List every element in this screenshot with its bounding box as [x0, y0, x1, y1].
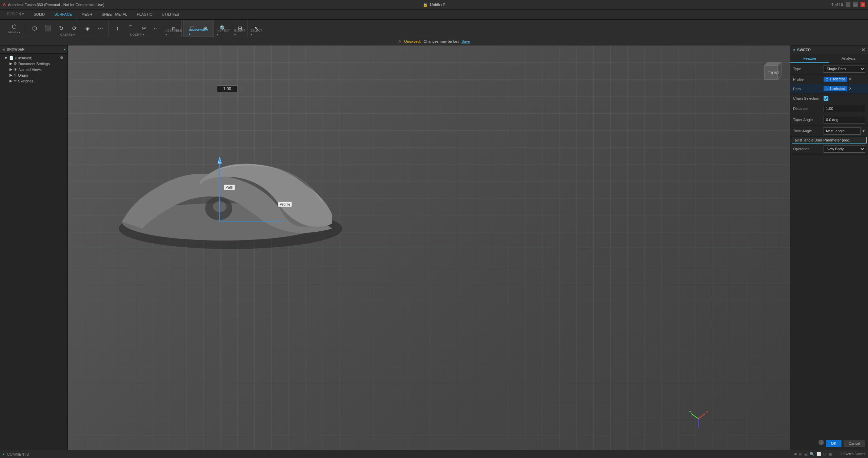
- dimension-options-icon[interactable]: ⋮: [239, 87, 243, 92]
- svg-line-5: [698, 414, 705, 419]
- bottom-tool-5[interactable]: ⬜: [816, 452, 821, 456]
- chain-label: Chain Selection: [793, 96, 824, 100]
- sweep-info-icon[interactable]: i: [818, 440, 824, 445]
- profile-clear-btn[interactable]: ✕: [849, 77, 852, 81]
- root-settings-icon[interactable]: ⚙: [60, 56, 63, 60]
- svg-text:X: X: [706, 411, 708, 414]
- taper-input[interactable]: [824, 116, 865, 123]
- tab-utilities[interactable]: UTILITIES: [157, 9, 184, 19]
- unsaved-label: Unsaved:: [404, 39, 421, 43]
- profile-row-value: ⬡ 1 selected ✕: [824, 77, 865, 82]
- profile-label: Profile: [278, 202, 292, 207]
- create-loft-btn[interactable]: ◈: [81, 21, 94, 36]
- sweep-close-btn[interactable]: ✕: [861, 47, 865, 53]
- chain-checkbox[interactable]: [824, 96, 828, 101]
- distance-input[interactable]: [824, 105, 865, 112]
- statusbar: ● COMMENTS ⊕ ⊞ ◎ 🔍 ⬜ ⊟ ▦ 2 Sketch Curves: [0, 450, 868, 458]
- sweep-panel: ● SWEEP ✕ Feature Analysis Type Single P…: [790, 45, 868, 450]
- bottom-tool-7[interactable]: ▦: [828, 452, 832, 456]
- origin-icon: ⊕: [14, 73, 17, 77]
- create-more-icon: ···: [97, 25, 104, 32]
- tab-sheet-metal[interactable]: SHEET METAL: [97, 9, 132, 19]
- tab-plastic[interactable]: PLASTIC: [132, 9, 157, 19]
- operation-select[interactable]: New Body Join Cut Intersect: [824, 145, 865, 153]
- sweep-row-profile: Profile ⬡ 1 selected ✕: [790, 75, 868, 84]
- origin-label: Origin: [18, 73, 28, 77]
- path-row-value: ⬡ 1 selected ✕: [824, 86, 865, 91]
- profile-selected-text: 1 selected: [830, 77, 845, 81]
- bottom-tool-3[interactable]: ◎: [804, 452, 808, 456]
- bottom-tool-2[interactable]: ⊞: [799, 452, 802, 456]
- fillet-icon: ⌒: [127, 25, 134, 32]
- revolve-icon: ↻: [57, 25, 65, 32]
- sweep-ok-button[interactable]: OK: [826, 440, 842, 447]
- axis-indicator: X Y Z: [688, 408, 709, 430]
- sweep-icon: ⟳: [71, 25, 78, 32]
- extrude-icon: ⬛: [44, 25, 52, 32]
- twist-autocomplete[interactable]: twist_angle User Parameter (deg): [792, 137, 867, 144]
- toolbar-construct-group: ◫ ⊕ CONSTRUCT ▾: [183, 20, 214, 37]
- bottom-tool-4[interactable]: 🔍: [810, 452, 814, 456]
- modify-presspull-btn[interactable]: ↕: [111, 21, 124, 36]
- unsaved-icon: ⚠: [398, 39, 401, 43]
- modify-more-btn[interactable]: ···: [151, 21, 163, 36]
- create-extrude-btn[interactable]: ⬛: [41, 21, 54, 36]
- sweep-tab-feature[interactable]: Feature: [790, 54, 829, 63]
- toolbar-modify-group: ↕ ⌒ ✂ ··· MODIFY ▾: [110, 20, 165, 37]
- root-label: (Unsaved): [15, 56, 33, 60]
- sweep-tab-analysis[interactable]: Analysis: [829, 54, 868, 63]
- win-restore-btn[interactable]: □: [853, 2, 858, 7]
- dimension-input[interactable]: [217, 85, 237, 92]
- construct-label: CONSTRUCT ▾: [189, 28, 208, 36]
- page-info: 7 of 10: [831, 3, 843, 7]
- toolbar-create-group: ⬡ ⬛ ↻ ⟳ ◈ ··· CREATE ▾: [27, 20, 109, 37]
- tab-mesh[interactable]: MESH: [77, 9, 97, 19]
- save-button[interactable]: Save: [461, 39, 470, 43]
- ruler-vertical: [429, 45, 429, 450]
- title-center: 🔒 Untitled*: [423, 2, 445, 7]
- select-label: SELECT ▾: [251, 28, 262, 36]
- design-icon: ⬡: [11, 23, 18, 31]
- sweep-cancel-button[interactable]: Cancel: [844, 440, 865, 447]
- bottom-tool-6[interactable]: ⊟: [823, 452, 826, 456]
- toolbar-design-dropdown[interactable]: ⬡ DESIGN ▾: [4, 21, 24, 36]
- tab-surface[interactable]: SURFACE: [50, 9, 77, 19]
- type-label: Type: [793, 67, 824, 71]
- browser-item-namedviews[interactable]: ▶ 👁 Named Views: [2, 66, 65, 72]
- doc-name: Untitled*: [430, 2, 445, 7]
- sketches-expand-icon: ▶: [9, 79, 12, 83]
- path-clear-btn[interactable]: ✕: [849, 87, 852, 91]
- modify-label: MODIFY ▾: [130, 32, 144, 36]
- sketches-label: Sketches...: [18, 79, 36, 83]
- design-dropdown[interactable]: DESIGN ▾: [2, 9, 29, 19]
- path-selected-text: 1 selected: [830, 87, 845, 91]
- app-logo: A: [3, 2, 6, 7]
- sweep-panel-header: ● SWEEP ✕: [790, 45, 868, 54]
- browser-item-origin[interactable]: ▶ ⊕ Origin: [2, 72, 65, 78]
- inspect-label: INSPECT ▾: [217, 28, 230, 36]
- twist-dropdown-btn[interactable]: ▼: [862, 129, 865, 133]
- type-select[interactable]: Single Path Path + Guide Rail Path + Gui…: [824, 65, 865, 73]
- main-layout: ◀ BROWSER ● ▼ 📄 (Unsaved) ⚙ ▶ ⚙ Document…: [0, 45, 868, 450]
- create-more-btn[interactable]: ···: [94, 21, 107, 36]
- browser-item-sketches[interactable]: ▶ ✏ Sketches...: [2, 78, 65, 84]
- assemble-label: ASSEMBLE ▾: [165, 28, 182, 36]
- bottom-tool-1[interactable]: ⊕: [794, 452, 797, 456]
- twist-input[interactable]: [824, 127, 861, 135]
- create-patch-btn[interactable]: ⬡: [28, 21, 41, 36]
- browser-collapse-btn[interactable]: ◀: [2, 47, 5, 51]
- browser-dot: ●: [64, 48, 65, 51]
- toolbar-design-group: ⬡ DESIGN ▾: [3, 20, 26, 37]
- distance-label: Distance: [793, 107, 824, 111]
- win-minimize-btn[interactable]: —: [846, 2, 850, 7]
- operation-value: New Body Join Cut Intersect: [824, 145, 865, 153]
- sweep-row-taper: Taper Angle: [790, 114, 868, 126]
- 3d-shape-svg: [115, 107, 346, 249]
- tab-solid[interactable]: SOLID: [29, 9, 50, 19]
- viewport[interactable]: Path Profile ⋮ FRONT X Y: [68, 45, 790, 450]
- viewcube[interactable]: FRONT: [757, 59, 785, 86]
- browser-item-docsettings[interactable]: ▶ ⚙ Document Settings: [2, 61, 65, 66]
- taper-value: [824, 116, 865, 123]
- win-close-btn[interactable]: ✕: [861, 2, 865, 7]
- browser-item-root[interactable]: ▼ 📄 (Unsaved) ⚙: [2, 55, 65, 61]
